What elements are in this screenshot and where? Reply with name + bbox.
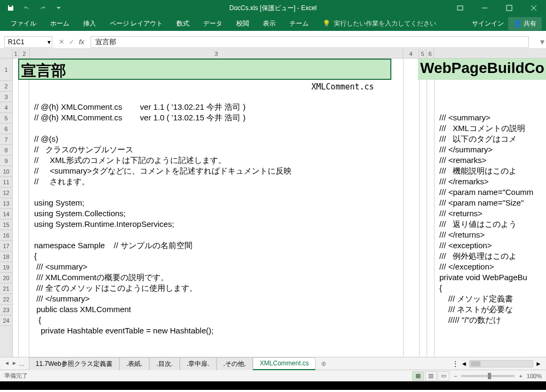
code-cell[interactable]: private void WebPageBu (439, 273, 527, 282)
qat-customize-button[interactable] (52, 2, 65, 14)
hscroll-right[interactable]: ► (535, 360, 542, 368)
row-header[interactable]: 24 (0, 315, 12, 326)
formula-expand-button[interactable]: ▾ (539, 37, 546, 47)
tell-me[interactable]: 💡 実行したい作業を入力してください (316, 19, 443, 28)
code-cell[interactable]: using System.Runtime.InteropServices; (34, 219, 174, 228)
normal-view-button[interactable]: ▦ (412, 371, 424, 381)
col-header[interactable]: 5 (419, 49, 427, 58)
col-header[interactable]: 6 (427, 49, 434, 58)
redo-button[interactable] (36, 2, 49, 14)
code-cell[interactable]: using System.Collections; (34, 209, 126, 218)
code-cell[interactable]: /// </summary> (439, 145, 493, 154)
code-cell[interactable]: /// <summary> (439, 113, 491, 122)
code-cell[interactable]: using System; (34, 198, 84, 207)
share-button[interactable]: 👤 共有 (508, 17, 542, 30)
sheet-tab[interactable]: 11.7Web参照クラス定義書 (29, 357, 119, 370)
title-cell-1[interactable]: 宣言部 (18, 59, 391, 80)
code-cell[interactable]: namespace Sample // サンプルの名前空間 (34, 241, 192, 251)
tab-team[interactable]: チーム (283, 17, 315, 31)
tab-view[interactable]: 表示 (256, 17, 282, 31)
code-cell[interactable]: /// XMLCommentの概要の説明です。 (34, 273, 168, 283)
code-cell[interactable]: { (34, 251, 37, 260)
code-cell[interactable]: // されます。 (34, 177, 90, 187)
code-cell[interactable]: /// <param name="Size" (439, 198, 524, 207)
code-cell[interactable]: // クラスのサンプルソース (34, 145, 133, 155)
enter-formula-button[interactable]: ✓ (69, 38, 75, 46)
row-header[interactable]: 16 (0, 230, 12, 241)
sheet-tab[interactable]: .表紙. (119, 357, 150, 370)
code-cell[interactable]: // XML形式のコメントは下記のように記述します。 (34, 156, 226, 166)
code-cell[interactable]: /// XMLコメントの説明 (439, 124, 525, 134)
fx-button[interactable]: fx (79, 38, 84, 46)
code-cell[interactable]: { (439, 283, 442, 292)
formula-input[interactable]: 宣言部 (91, 36, 529, 48)
code-cell[interactable]: /// 以下のタグはコメ (439, 134, 517, 144)
sheet-tab[interactable]: .章中扉. (180, 357, 216, 370)
row-header[interactable]: 1 (0, 59, 12, 81)
tab-nav-next[interactable]: ► (12, 360, 17, 368)
code-cell[interactable]: public class XMLComment (34, 305, 131, 314)
row-header[interactable]: 4 (0, 102, 12, 113)
select-all-corner[interactable] (0, 49, 13, 58)
page-layout-view-button[interactable]: ▥ (425, 371, 437, 381)
tab-review[interactable]: 校閲 (230, 17, 255, 31)
zoom-out-button[interactable]: − (454, 373, 457, 379)
row-header[interactable]: 11 (0, 177, 12, 187)
row-header[interactable]: 18 (0, 251, 12, 262)
row-header[interactable]: 19 (0, 262, 12, 273)
tab-insert[interactable]: 挿入 (77, 17, 102, 31)
save-button[interactable] (4, 2, 17, 14)
code-cell[interactable]: /// ネストが必要な (439, 305, 513, 315)
name-box[interactable]: R1C1 ▾ (4, 36, 52, 48)
row-header[interactable]: 10 (0, 166, 12, 177)
code-cell[interactable]: /// 返り値はこのよう (439, 219, 517, 230)
row-header[interactable]: 3 (0, 92, 12, 102)
maximize-button[interactable] (497, 0, 521, 16)
code-cell[interactable]: ///// "/"の数だけ (439, 315, 502, 325)
tab-home[interactable]: ホーム (44, 17, 76, 31)
code-cell[interactable]: /// 全てのメソッドはこのように使用します。 (34, 283, 197, 293)
code-cell[interactable]: /// </returns> (439, 230, 485, 239)
tab-file[interactable]: ファイル (4, 17, 43, 31)
tab-ellipsis[interactable]: ... (19, 360, 25, 368)
row-header[interactable]: 5 (0, 113, 12, 124)
row-header[interactable]: 23 (0, 305, 12, 315)
row-header[interactable]: 8 (0, 145, 12, 156)
code-cell[interactable]: /// </summary> (34, 294, 90, 303)
horizontal-scrollbar[interactable] (469, 360, 533, 368)
tab-formulas[interactable]: 数式 (170, 17, 196, 31)
hscroll-left[interactable]: ◄ (461, 360, 467, 368)
code-cell[interactable]: /// </remarks> (439, 177, 489, 186)
zoom-level[interactable]: 100% (527, 373, 542, 379)
code-cell[interactable]: private Hashtable eventTable = new Hasht… (34, 326, 213, 335)
ribbon-display-button[interactable] (448, 0, 472, 16)
zoom-in-button[interactable]: + (519, 373, 522, 379)
tab-scroll-menu[interactable]: ⋮ (452, 360, 459, 368)
col-header[interactable]: 3 (30, 49, 403, 58)
code-cell[interactable]: // <summary>タグなどに、コメントを記述すればドキュメントに反映 (34, 166, 292, 176)
code-cell[interactable]: /// 機能説明はこのよ (439, 166, 517, 176)
code-cell[interactable]: /// <summary> (34, 262, 87, 271)
row-header[interactable]: 20 (0, 273, 12, 283)
row-header[interactable]: 21 (0, 283, 12, 294)
col-header[interactable]: 1 (13, 49, 19, 58)
title-cell-2[interactable]: WebPageBuildCo (418, 59, 546, 80)
row-header[interactable]: 2 (0, 81, 12, 92)
code-cell[interactable]: /// <remarks> (439, 156, 486, 165)
row-header[interactable]: 6 (0, 124, 12, 134)
row-header[interactable]: 7 (0, 134, 12, 145)
row-header[interactable]: 17 (0, 241, 12, 251)
sheet-tab[interactable]: .その他. (216, 357, 253, 370)
code-cell[interactable]: /// メソッド定義書 (439, 294, 513, 304)
tab-data[interactable]: データ (197, 17, 229, 31)
row-header[interactable]: 12 (0, 187, 12, 198)
code-cell[interactable]: /// <returns> (439, 209, 483, 218)
chevron-down-icon[interactable]: ▾ (47, 38, 51, 46)
close-button[interactable] (521, 0, 546, 16)
code-cell[interactable]: // @(h) XMLComment.cs ver 1.1 ( '13.02.2… (34, 102, 246, 112)
tab-nav-prev[interactable]: ◄ (4, 360, 10, 368)
code-cell[interactable]: // @(h) XMLComment.cs ver 1.0 ( '13.02.1… (34, 113, 246, 123)
tab-page-layout[interactable]: ページ レイアウト (103, 17, 169, 31)
sign-in-link[interactable]: サインイン (472, 19, 504, 28)
undo-button[interactable] (20, 2, 33, 14)
